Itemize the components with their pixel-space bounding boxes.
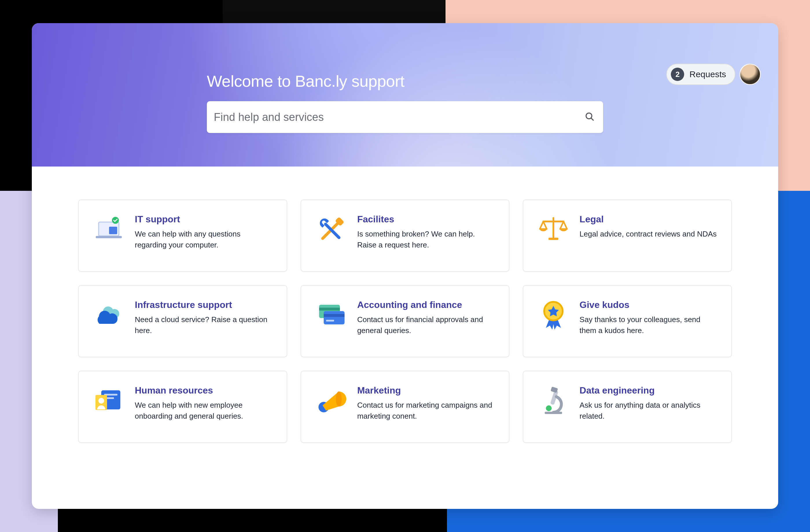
svg-rect-14 (324, 311, 344, 325)
cloud-icon (92, 300, 126, 334)
tile-legal[interactable]: Legal Legal advice, contract reviews and… (523, 199, 732, 272)
tile-title: Data engineering (580, 385, 718, 396)
svg-point-25 (336, 392, 342, 406)
svg-rect-11 (549, 238, 558, 240)
tile-facilities[interactable]: Facilites Is something broken? We can he… (301, 199, 510, 272)
scales-icon (536, 214, 571, 249)
search-input[interactable] (214, 111, 585, 123)
tile-desc: Need a cloud service? Raise a question h… (135, 314, 274, 336)
page-title: Welcome to Banc.ly support (207, 72, 404, 90)
tile-title: Marketing (357, 385, 497, 396)
svg-rect-13 (319, 307, 340, 311)
svg-rect-15 (324, 314, 344, 317)
tile-give-kudos[interactable]: Give kudos Say thanks to your colleagues… (523, 285, 732, 358)
megaphone-icon (314, 385, 349, 420)
search-icon (585, 112, 595, 122)
laptop-check-icon (92, 214, 126, 249)
tile-desc: We can help with any questions regarding… (135, 229, 274, 250)
svg-line-1 (591, 118, 593, 120)
avatar[interactable] (740, 64, 761, 85)
search-bar[interactable] (207, 101, 603, 133)
tile-title: Human resources (135, 385, 274, 396)
svg-rect-3 (96, 236, 122, 238)
tile-infrastructure-support[interactable]: Infrastructure support Need a cloud serv… (78, 285, 287, 358)
svg-rect-4 (109, 227, 117, 234)
tile-title: Infrastructure support (135, 300, 274, 310)
svg-rect-16 (326, 320, 334, 321)
tile-desc: Legal advice, contract reviews and NDAs (580, 229, 718, 240)
tile-accounting-finance[interactable]: Accounting and finance Contact us for fi… (301, 285, 510, 358)
tile-desc: Is something broken? We can help. Raise … (357, 229, 497, 250)
category-grid: IT support We can help with any question… (78, 199, 732, 443)
tile-desc: Ask us for anything data or analytics re… (580, 400, 718, 421)
id-card-icon (92, 385, 126, 420)
decor-block (58, 509, 447, 532)
support-portal-window: Welcome to Banc.ly support 2 Requests (32, 23, 778, 509)
tile-title: Accounting and finance (357, 300, 497, 310)
requests-label: Requests (690, 69, 726, 79)
svg-point-29 (546, 405, 552, 411)
award-ribbon-icon (536, 300, 571, 334)
tile-desc: Contact us for marketing campaigns and m… (357, 400, 497, 421)
microscope-icon (536, 385, 571, 420)
tile-marketing[interactable]: Marketing Contact us for marketing campa… (301, 371, 510, 443)
svg-point-23 (98, 398, 104, 404)
tile-desc: Say thanks to your colleagues, send them… (580, 314, 718, 336)
tile-desc: Contact us for financial approvals and g… (357, 314, 497, 336)
hero-banner: Welcome to Banc.ly support 2 Requests (32, 23, 778, 167)
tile-desc: We can help with new employee onboarding… (135, 400, 274, 421)
tile-title: Give kudos (580, 300, 718, 310)
tile-it-support[interactable]: IT support We can help with any question… (78, 199, 287, 272)
tools-icon (314, 214, 349, 249)
tile-title: IT support (135, 214, 274, 225)
tile-data-engineering[interactable]: Data engineering Ask us for anything dat… (523, 371, 732, 443)
credit-cards-icon (314, 300, 349, 334)
requests-count-badge: 2 (671, 68, 684, 81)
tile-human-resources[interactable]: Human resources We can help with new emp… (78, 371, 287, 443)
requests-button[interactable]: 2 Requests (666, 64, 735, 85)
tile-title: Legal (580, 214, 718, 225)
tile-title: Facilites (357, 214, 497, 225)
